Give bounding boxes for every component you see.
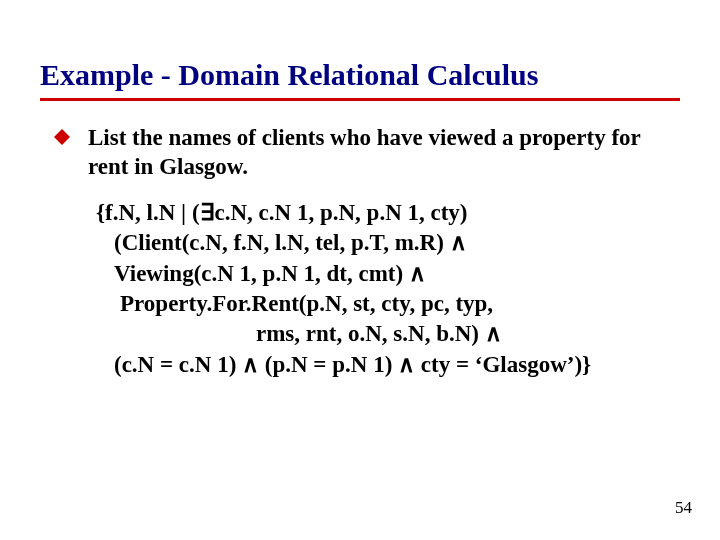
page-number: 54: [675, 498, 692, 518]
formula-block: {f.N, l.N | (∃c.N, c.N 1, p.N, p.N 1, ct…: [54, 198, 680, 380]
diamond-bullet-icon: [54, 129, 70, 149]
slide: Example - Domain Relational Calculus Lis…: [0, 0, 720, 540]
bullet-text: List the names of clients who have viewe…: [88, 123, 680, 182]
svg-marker-0: [54, 129, 70, 145]
slide-body: List the names of clients who have viewe…: [40, 123, 680, 380]
formula-line-1: {f.N, l.N | (∃c.N, c.N 1, p.N, p.N 1, ct…: [96, 198, 680, 228]
title-underline: [40, 98, 680, 101]
formula-line-4: Property.For.Rent(p.N, st, cty, pc, typ,: [96, 289, 680, 319]
formula-line-5: rms, rnt, o.N, s.N, b.N) ∧: [96, 319, 680, 349]
bullet-item: List the names of clients who have viewe…: [54, 123, 680, 182]
slide-title: Example - Domain Relational Calculus: [40, 58, 680, 92]
formula-line-6: (c.N = c.N 1) ∧ (p.N = p.N 1) ∧ cty = ‘G…: [96, 350, 680, 380]
formula-line-3: Viewing(c.N 1, p.N 1, dt, cmt) ∧: [96, 259, 680, 289]
formula-line-2: (Client(c.N, f.N, l.N, tel, p.T, m.R) ∧: [96, 228, 680, 258]
